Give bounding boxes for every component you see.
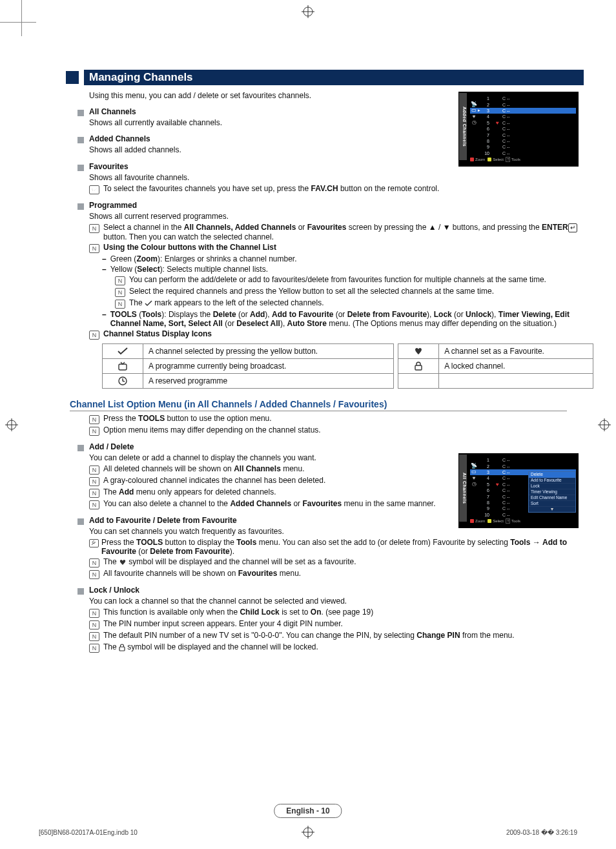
- programmed-title: Programmed: [89, 201, 137, 210]
- lock-icon: [119, 644, 125, 651]
- note-icon: N: [89, 415, 99, 424]
- note-icon: N: [89, 609, 99, 618]
- clock-icon: ◷: [470, 482, 478, 487]
- note-icon: N: [89, 489, 99, 498]
- svg-rect-12: [119, 364, 127, 370]
- yellow-subnote3: The mark appears to the left of the sele…: [129, 298, 593, 307]
- popup-item: Delete: [529, 472, 575, 478]
- clock-icon: ◷: [470, 120, 478, 125]
- colour-buttons-heading: Using the Colour buttons with the Channe…: [103, 243, 276, 252]
- lock-desc: You can lock a channel so that the chann…: [89, 596, 584, 606]
- lock-n2: The PIN number input screen appears. Ent…: [103, 619, 584, 628]
- enter-icon: ↵: [568, 223, 577, 232]
- note-icon: N: [115, 300, 125, 309]
- note-icon: N: [89, 500, 99, 509]
- lock-icon: [398, 358, 439, 373]
- note-icon: N: [89, 331, 99, 340]
- status-row2b: A locked channel.: [439, 358, 593, 373]
- crop-mark: [21, 0, 22, 36]
- popup-item: Add to Favourite: [529, 478, 575, 484]
- check-icon: [145, 300, 152, 307]
- dash-bullet: –: [102, 265, 107, 274]
- empty-icon-cell: [398, 373, 439, 388]
- heart-icon: ♥: [470, 476, 478, 481]
- programmed-note1: Select a channel in the All Channels, Ad…: [103, 223, 593, 241]
- lock-n1: This function is available only when the…: [103, 608, 584, 617]
- hand-note-icon: ☞: [89, 185, 99, 194]
- sub-heading: Channel List Option Menu (in All Channel…: [70, 399, 567, 411]
- popup-item: Edit Channel Name: [529, 495, 575, 501]
- add-delete-title: Add / Delete: [89, 442, 134, 451]
- status-row1a: A channel selected by pressing the yello…: [143, 343, 394, 358]
- lock-title: Lock / Unlock: [89, 586, 139, 595]
- square-bullet-icon: [77, 137, 84, 143]
- sub-note2: Option menu items may differ depending o…: [103, 425, 584, 435]
- registration-mark-icon: [300, 4, 316, 19]
- note-icon: N: [89, 570, 99, 579]
- tv-side-label: All Channels: [459, 455, 467, 522]
- clock-icon: [103, 373, 143, 388]
- note-icon: N: [115, 276, 125, 285]
- footer-left: [650]BN68-02017A-01Eng.indb 10: [39, 829, 138, 836]
- section-title: Managing Channels: [84, 70, 584, 85]
- square-bullet-icon: [77, 165, 84, 171]
- tv-icon: ▭: [470, 469, 478, 475]
- add-fav-t1: Press the TOOLS button to display the To…: [101, 538, 584, 556]
- note-icon: N: [89, 477, 99, 486]
- square-bullet-icon: [77, 110, 84, 116]
- note-icon: N: [89, 224, 99, 233]
- yellow-select-line: Yellow (Select): Selects multiple channe…: [110, 265, 593, 274]
- note-icon: N: [89, 465, 99, 475]
- popup-item: Timer Viewing: [529, 489, 575, 495]
- tv-screenshot-all-channels: All Channels 1C -- 📡2C -- ▭3C -- ♥4C -- …: [458, 453, 579, 528]
- green-zoom-line: Green (Zoom): Enlarges or shrinks a chan…: [110, 254, 593, 263]
- note-icon: N: [89, 427, 99, 436]
- note-icon: N: [89, 632, 99, 641]
- yellow-subnote2: Select the required channels and press t…: [129, 287, 593, 296]
- tv-tools-popup: Delete Add to Favourite Lock Timer Viewi…: [528, 471, 576, 513]
- page-number: English - 10: [274, 804, 342, 818]
- crop-mark: [0, 22, 36, 23]
- all-channels-title: All Channels: [89, 107, 136, 116]
- check-icon: [103, 343, 143, 358]
- popup-item: Lock: [529, 484, 575, 489]
- status-icons-table: A channel selected by pressing the yello…: [102, 343, 593, 389]
- status-row2a: A programme currently being broadcast.: [143, 358, 394, 373]
- programmed-desc: Shows all current reserved programmes.: [89, 211, 593, 221]
- lock-n4: The symbol will be displayed and the cha…: [103, 642, 584, 651]
- heart-icon: [398, 343, 439, 358]
- svg-rect-15: [119, 647, 125, 651]
- dash-bullet: –: [102, 310, 107, 328]
- tv-icon: ▭: [470, 108, 478, 113]
- svg-rect-13: [415, 365, 422, 370]
- favourites-note: To select the favourites channels you ha…: [103, 184, 584, 193]
- dash-bullet: –: [102, 254, 107, 263]
- favourites-desc: Shows all favourite channels.: [89, 172, 584, 183]
- registration-mark-icon: [300, 824, 316, 840]
- sub-note1: Press the TOOLS button to use the option…: [103, 414, 584, 423]
- add-fav-title: Add to Favourite / Delete from Favourite: [89, 516, 237, 525]
- add-fav-n3: All favourite channels will be shown on …: [103, 569, 584, 578]
- tv-screenshot-added-channels: Added Channels 1C -- 📡2C -- ▭▸3C -- ♥4C …: [458, 92, 579, 167]
- footer-right: 2009-03-18 �� 3:26:19: [506, 829, 577, 836]
- square-bullet-icon: [77, 518, 84, 525]
- added-channels-title: Added Channels: [89, 134, 150, 143]
- heart-icon: [119, 559, 127, 566]
- tv-icon: [103, 358, 143, 373]
- tv-side-label: Added Channels: [459, 93, 467, 160]
- square-bullet-icon: [77, 203, 84, 210]
- status-icons-heading: Channel Status Display Icons: [103, 329, 212, 338]
- heart-mark: ♥: [496, 482, 502, 487]
- status-row1b: A channel set as a Favourite.: [439, 343, 593, 358]
- square-bullet-icon: [77, 588, 84, 595]
- favourites-title: Favourites: [89, 162, 128, 171]
- antenna-icon: 📡: [470, 102, 478, 107]
- tools-line: TOOLS (Tools): Displays the Delete (or A…: [110, 310, 593, 328]
- add-fav-n2: The symbol will be displayed and the cha…: [103, 557, 584, 566]
- antenna-icon: 📡: [470, 464, 478, 469]
- note-icon: N: [89, 620, 99, 629]
- note-icon: N: [89, 644, 99, 653]
- registration-mark-icon: [4, 417, 19, 433]
- empty-cell: [439, 373, 593, 388]
- status-row3a: A reserved programme: [143, 373, 394, 388]
